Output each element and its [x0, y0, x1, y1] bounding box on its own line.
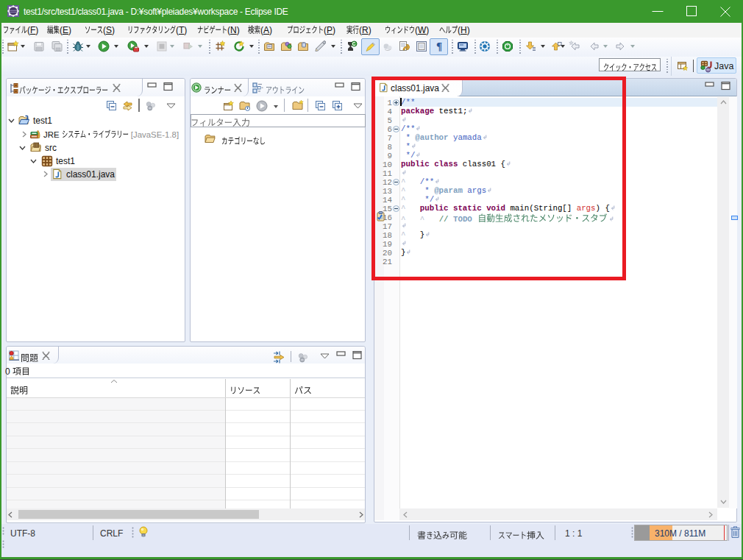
- svg-text:¶: ¶: [436, 40, 442, 52]
